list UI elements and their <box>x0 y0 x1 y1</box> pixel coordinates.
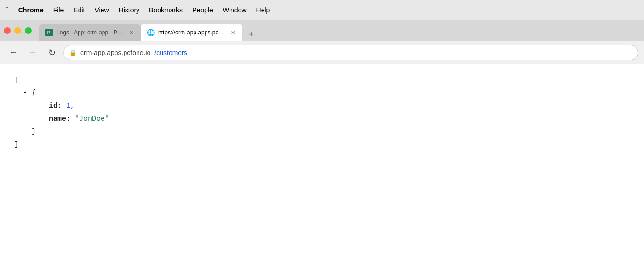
tab-pivotal-favicon: P <box>45 29 53 36</box>
tab-pivotal-close-button[interactable]: ✕ <box>127 29 135 36</box>
address-bar[interactable]: 🔒 crm-app.apps.pcfone.io /customers <box>63 45 638 60</box>
url-base: crm-app.apps.pcfone.io <box>80 49 150 56</box>
window-close-button[interactable] <box>4 27 11 34</box>
window-controls <box>4 27 32 34</box>
nav-bar: ← → ↻ 🔒 crm-app.apps.pcfone.io /customer… <box>0 41 644 64</box>
menu-history[interactable]: History <box>119 6 140 14</box>
menu-chrome[interactable]: Chrome <box>18 6 44 14</box>
json-line-3: name: "JonDoe" <box>14 112 630 125</box>
menu-window[interactable]: Window <box>223 6 247 14</box>
tab-pivotal[interactable]: P Logs - App: crm-app - Pivotal ✕ <box>39 24 141 41</box>
json-line-2: id: 1, <box>14 100 630 112</box>
tabs-container: P Logs - App: crm-app - Pivotal ✕ 🌐 http… <box>39 20 640 41</box>
apple-logo-icon:  <box>6 6 9 14</box>
menu-people[interactable]: People <box>192 6 213 14</box>
menu-help[interactable]: Help <box>256 6 270 14</box>
window-maximize-button[interactable] <box>25 27 32 34</box>
tab-crm-close-button[interactable]: ✕ <box>229 29 237 36</box>
json-line-0: [ <box>14 74 630 87</box>
new-tab-button[interactable]: + <box>244 28 258 41</box>
lock-icon: 🔒 <box>69 49 77 56</box>
tab-crm-label: https://crm-app.apps.pcfone.ic <box>158 29 225 36</box>
back-button[interactable]: ← <box>6 45 21 60</box>
json-line-4: } <box>14 125 630 138</box>
reload-button[interactable]: ↻ <box>44 45 59 60</box>
menu-view[interactable]: View <box>94 6 109 14</box>
json-line-1: - { <box>14 87 630 100</box>
window-minimize-button[interactable] <box>14 27 21 34</box>
tab-crm-favicon: 🌐 <box>147 29 154 36</box>
json-line-5: ] <box>14 138 630 151</box>
tab-pivotal-label: Logs - App: crm-app - Pivotal <box>57 29 124 36</box>
url-path: /customers <box>154 49 187 56</box>
tab-crm-app[interactable]: 🌐 https://crm-app.apps.pcfone.ic ✕ <box>141 24 242 41</box>
menu-file[interactable]: File <box>53 6 64 14</box>
menu-bookmarks[interactable]: Bookmarks <box>149 6 183 14</box>
menu-edit[interactable]: Edit <box>73 6 85 14</box>
menu-bar:  Chrome File Edit View History Bookmark… <box>0 0 644 20</box>
forward-button[interactable]: → <box>25 45 40 60</box>
content-area: [ - { id: 1, name: "JonDoe" } ] <box>0 64 644 267</box>
tab-bar: P Logs - App: crm-app - Pivotal ✕ 🌐 http… <box>0 20 644 41</box>
